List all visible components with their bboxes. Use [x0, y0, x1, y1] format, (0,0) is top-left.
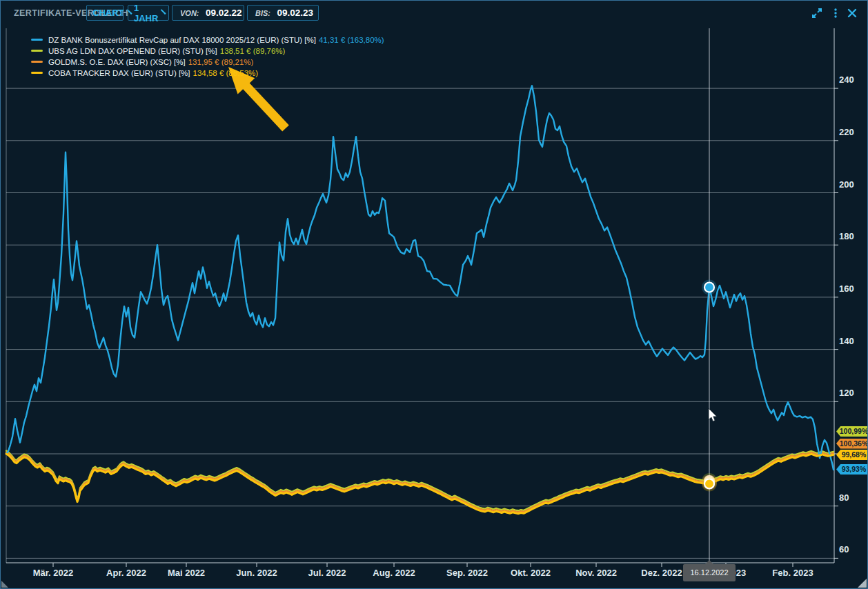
x-axis-label: Mai 2022 [168, 568, 205, 578]
x-axis-label: Dez. 2022 [641, 568, 682, 578]
legend-swatch-icon [31, 72, 43, 74]
x-axis-label: Sep. 2022 [446, 568, 488, 578]
y-axis-label: 180 [839, 231, 854, 241]
y-axis-label: 200 [839, 179, 854, 190]
x-axis-label: Aug. 2022 [373, 568, 415, 578]
legend-swatch-icon [31, 61, 43, 63]
x-axis-label: Feb. 2023 [772, 568, 813, 578]
y-axis-label: 220 [839, 127, 854, 137]
legend-item[interactable]: UBS AG LDN DAX OPENEND (EUR) (STU) [%]13… [31, 46, 384, 57]
legend-value: 134,58 € (88,53%) [193, 69, 259, 77]
resize-handle-bottom-left[interactable] [1, 581, 8, 588]
legend-label: UBS AG LDN DAX OPENEND (EUR) (STU) [%] [48, 47, 217, 55]
last-value-badge: 100,36% [836, 439, 868, 449]
x-axis-label: Nov. 2022 [575, 568, 617, 578]
chart-canvas[interactable]: 2402202001801601401208060Mär. 2022Apr. 2… [1, 1, 868, 589]
tooltip-date: 16.12.2022 [690, 568, 728, 577]
legend-value: 41,31 € (163,80%) [319, 36, 384, 44]
chart-legend: DZ BANK Bonuszertifikat RevCap auf DAX 1… [31, 34, 384, 79]
y-axis-label: 140 [839, 336, 854, 346]
mouse-cursor-icon [709, 408, 717, 421]
legend-swatch-icon [31, 50, 43, 52]
last-value-badge: 99,68% [836, 450, 868, 460]
crosshair-date-tooltip: 16.12.2022 [683, 564, 736, 581]
y-axis-label: 60 [839, 544, 849, 555]
certificate-comparison-window: ZERTIFIKATE-VERGLEICH CHART 1 JAHR [0, 0, 868, 589]
legend-label: COBA TRACKER DAX (EUR) (STU) [%] [48, 69, 190, 77]
last-value-badge: 93,93% [836, 464, 868, 475]
y-axis-label: 80 [839, 492, 849, 503]
y-axis-label: 240 [839, 74, 854, 85]
x-axis-label: Apr. 2022 [106, 568, 146, 578]
legend-value: 131,95 € (89,21%) [188, 58, 254, 66]
last-value-badge: 100,99% [836, 426, 868, 437]
legend-value: 138,51 € (89,76%) [220, 47, 286, 55]
x-axis-label: Jun. 2022 [236, 568, 277, 578]
crosshair-marker [704, 479, 714, 488]
legend-item[interactable]: COBA TRACKER DAX (EUR) (STU) [%]134,58 €… [31, 68, 384, 79]
x-axis-label: Jul. 2022 [308, 568, 346, 578]
x-axis-label: Mär. 2022 [33, 568, 74, 578]
legend-swatch-icon [31, 39, 43, 41]
x-axis-label: Okt. 2022 [511, 568, 551, 578]
legend-label: DZ BANK Bonuszertifikat RevCap auf DAX 1… [48, 36, 316, 44]
y-axis-label: 160 [839, 283, 854, 294]
legend-item[interactable]: GOLDM.S. O.E. DAX (EUR) (XSC) [%]131,95 … [31, 57, 384, 68]
tooltip-caret-icon [705, 560, 713, 564]
legend-label: GOLDM.S. O.E. DAX (EUR) (XSC) [%] [48, 58, 186, 66]
crosshair-marker [704, 283, 714, 292]
y-axis-label: 120 [839, 388, 854, 398]
legend-item[interactable]: DZ BANK Bonuszertifikat RevCap auf DAX 1… [31, 34, 384, 46]
resize-handle-bottom-right[interactable] [858, 579, 867, 588]
